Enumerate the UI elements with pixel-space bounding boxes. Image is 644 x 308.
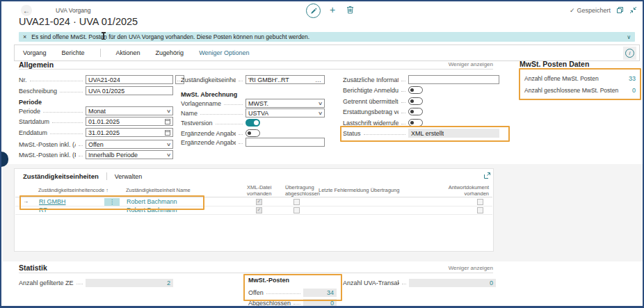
col-header-antwortdokument[interactable]: Antwortdokumentvorhanden [440, 185, 489, 197]
menu-divider [100, 49, 101, 57]
tab-verwalten[interactable]: Verwalten [115, 173, 143, 180]
lastschrift-toggle[interactable] [408, 119, 423, 127]
uva-transaktionen-label: Anzahl UVA-Transaktionen übe... [343, 279, 399, 286]
posten-periode-select[interactable]: Innerhalb Periode∨ [86, 150, 173, 159]
cell-menu-button[interactable]: ⋮ [104, 198, 120, 206]
begruendung-label: Ergänzende Angaben - Begrün... [181, 139, 236, 146]
notification-chevron-down-icon[interactable]: ∨ [627, 34, 631, 40]
saved-label: Gespeichert [577, 7, 611, 14]
notification-bar: × Es sind offene MwSt. Posten für den UV… [19, 32, 635, 42]
table-row[interactable]: RT Robert Bachmann ✓ [15, 206, 492, 215]
berichtigte-anmeldung-label: Berichtigte Anmeldung [343, 87, 399, 94]
notification-dismiss-icon[interactable]: × [23, 33, 26, 40]
notification-message: Es sind offene MwSt. Posten für den UVA … [31, 33, 309, 40]
row-name-link[interactable]: Robert Bachmann [127, 206, 177, 213]
name-label: Name [181, 110, 198, 117]
lastschrift-label: Lastschrift widerrufen [343, 120, 399, 127]
saved-check-icon: ✓ [570, 7, 575, 14]
antwortdokument-checkbox[interactable] [477, 207, 483, 213]
offen-value[interactable]: 34 [327, 289, 334, 296]
name-select[interactable]: USTVA∨ [245, 108, 325, 117]
startdatum-input[interactable]: 01.01.2025 [86, 117, 173, 126]
focus-mode-icon[interactable] [616, 6, 624, 14]
geschlossene-posten-value[interactable]: 0 [632, 87, 636, 94]
abgeschlossen-label: Abgeschlossen [248, 300, 291, 307]
edit-button[interactable] [306, 3, 321, 18]
enddatum-input[interactable]: 31.01.2025 [86, 128, 173, 137]
col-header-name[interactable]: Zuständigkeitseinheit Name [126, 188, 191, 194]
testversion-label: Testversion [181, 120, 213, 127]
gefilterte-ze-value[interactable]: 2 [167, 279, 170, 286]
ze-filter-input[interactable]: 'RI GMBH'..RT… [245, 75, 325, 84]
col-header-uebertragung[interactable]: Übertragungabgeschlossen [285, 185, 320, 197]
statistics-divider [19, 273, 493, 273]
menu-zugehoerig[interactable]: Zugehörig [156, 49, 184, 56]
uebertragung-checkbox[interactable] [293, 199, 300, 205]
erstattungsbetrag-toggle[interactable] [408, 108, 423, 115]
sort-asc-icon: ↑ [106, 187, 108, 193]
plus-icon: + [330, 4, 335, 15]
expand-table-icon[interactable] [483, 172, 491, 179]
back-button[interactable]: ← [21, 5, 32, 16]
ellipsis-icon: … [315, 76, 322, 83]
periode-select[interactable]: Monat∨ [86, 106, 173, 115]
info-button[interactable]: i [623, 47, 636, 60]
vertical-ellipsis-icon: ⋮ [109, 199, 115, 205]
zusatz-info-input[interactable] [408, 75, 499, 84]
tab-zustaendigkeitseinheiten[interactable]: Zuständigkeitseinheiten [23, 172, 99, 180]
menu-weniger-optionen[interactable]: Weniger Optionen [199, 49, 249, 56]
uva-transaktionen-field: 0 [409, 279, 496, 287]
ergaenzende-angaben-toggle[interactable] [245, 129, 260, 137]
xml-vorhanden-checkbox[interactable]: ✓ [256, 207, 262, 213]
uva-transaktionen-value[interactable]: 0 [490, 279, 493, 286]
nr-label: Nr. [19, 76, 27, 83]
uebertragung-checkbox[interactable] [293, 207, 300, 213]
erstattungsbetrag-label: Erstattungsbetrag verrechnen [343, 108, 399, 115]
beschreibung-input[interactable]: UVA 01/2025 [86, 86, 173, 95]
delete-button[interactable] [344, 4, 355, 15]
xml-vorhanden-checkbox[interactable]: ✓ [256, 199, 262, 205]
row-code-link[interactable]: RI GMBH [39, 198, 66, 205]
menu-aktionen[interactable]: Aktionen [116, 49, 140, 56]
col-header-code[interactable]: Zuständigkeitseinheitencode ↑ [38, 188, 108, 194]
nr-input[interactable]: UVA21-024 [86, 75, 173, 84]
zusatz-info-label: Zusätzliche Informationen [343, 76, 399, 83]
enddatum-label: Enddatum [19, 129, 47, 136]
antwortdokument-checkbox[interactable] [477, 199, 483, 205]
testversion-toggle[interactable] [245, 119, 260, 127]
page-title: UVA21-024 · UVA 01/2025 [19, 16, 138, 27]
statistics-show-less-link[interactable]: Weniger anzeigen [424, 265, 493, 271]
posten-abgeschl-select[interactable]: Offen∨ [86, 140, 173, 149]
row-code-link[interactable]: RT [39, 206, 47, 213]
menu-vorgang[interactable]: Vorgang [23, 49, 47, 56]
col-header-fehlermeldung[interactable]: Letzte Fehlermeldung Übertragung [319, 188, 399, 194]
offene-posten-value[interactable]: 33 [629, 75, 636, 82]
begruendung-input[interactable] [245, 138, 325, 147]
berichtigte-anmeldung-toggle[interactable] [408, 86, 423, 94]
getrennt-belege-toggle[interactable] [408, 97, 423, 105]
offen-label: Offen [248, 289, 264, 296]
general-show-less-link[interactable]: Weniger anzeigen [424, 61, 493, 67]
mwst-posten-group-heading: MwSt.-Posten [248, 277, 289, 284]
col-header-xml[interactable]: XML-Dateivorhanden [247, 185, 271, 197]
posten-daten-heading: MwSt. Posten Daten [520, 60, 589, 68]
collapse-window-icon[interactable] [629, 6, 637, 14]
pencil-icon [310, 8, 317, 15]
new-button[interactable]: + [327, 4, 338, 15]
abgeschlossen-value[interactable]: 0 [330, 300, 334, 307]
row-name-link[interactable]: Robert Bachmann [127, 198, 177, 205]
back-arrow-icon: ← [23, 7, 30, 15]
gefilterte-ze-label: Anzahl gefilterte ZE [19, 279, 74, 286]
mouse-text-cursor [103, 32, 104, 40]
mwst-abrechnung-group-heading: MwSt. Abrechnung [181, 91, 237, 98]
vorlagenname-label: Vorlagenname [181, 100, 221, 107]
chevron-down-icon: ∨ [166, 142, 171, 147]
startdatum-label: Startdatum [19, 118, 49, 125]
menu-berichte[interactable]: Berichte [62, 49, 85, 56]
vorlagenname-select[interactable]: MWST.∨ [245, 99, 325, 108]
periode-group-heading: Periode [19, 99, 42, 106]
gefilterte-ze-field: 2 [86, 279, 173, 287]
status-field: XML erstellt [408, 129, 499, 138]
action-bar: Vorgang Berichte Aktionen Zugehörig Weni… [14, 44, 640, 61]
beschreibung-label: Beschreibung [19, 88, 57, 95]
